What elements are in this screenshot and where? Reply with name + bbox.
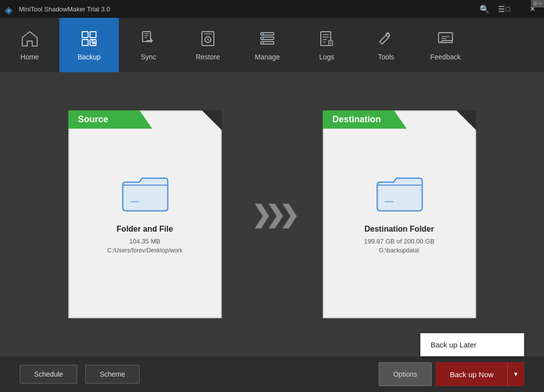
svg-rect-18 (130, 201, 139, 202)
destination-card[interactable]: Destination Destination Folder 199.87 GB… (323, 110, 476, 318)
navbar: Home Backup Sync (0, 18, 544, 72)
restore-icon (199, 30, 217, 50)
destination-folder-icon (375, 175, 424, 215)
svg-point-13 (263, 42, 264, 44)
source-title: Folder and File (117, 225, 173, 234)
app-title: MiniTool ShadowMaker Trial 3.0 (19, 5, 477, 13)
nav-logs[interactable]: Logs (297, 18, 356, 72)
backup-later-button[interactable]: Back up Later (421, 334, 524, 356)
svg-rect-15 (329, 41, 333, 46)
arrow-indicator: ❯❯❯ (251, 200, 293, 228)
nav-tools[interactable]: Tools (356, 18, 416, 72)
nav-home-label: Home (20, 53, 39, 61)
feedback-icon (437, 30, 454, 50)
source-card[interactable]: Source Folder and File 104.35 MB C:/User… (68, 110, 222, 318)
bottombar: Schedule Scheme Options Back up Now ▼ Ba… (0, 356, 544, 392)
svg-rect-3 (90, 40, 96, 46)
backup-dropdown-button[interactable]: ▼ (507, 362, 524, 386)
titlebar: ◈ MiniTool ShadowMaker Trial 3.0 🔍 ☰ — □… (0, 0, 544, 18)
destination-corner (456, 110, 476, 130)
nav-feedback[interactable]: Feedback (416, 18, 475, 72)
destination-title: Destination Folder (364, 225, 434, 234)
nav-manage[interactable]: Manage (238, 18, 297, 72)
schedule-button[interactable]: Schedule (20, 365, 77, 384)
logs-icon (318, 30, 336, 50)
tools-icon (377, 30, 395, 50)
home-icon (21, 30, 39, 50)
scheme-button[interactable]: Scheme (85, 365, 139, 384)
backup-icon (80, 30, 98, 50)
app-logo: ◈ (5, 4, 15, 14)
nav-manage-label: Manage (255, 53, 280, 61)
svg-point-11 (263, 33, 264, 35)
backup-now-button[interactable]: Back up Now (436, 362, 507, 386)
nav-sync-label: Sync (141, 53, 156, 61)
destination-header: Destination (323, 110, 407, 129)
nav-backup-label: Backup (78, 53, 101, 61)
minimize-button[interactable]: — (472, 0, 495, 18)
nav-tools-label: Tools (378, 53, 395, 61)
right-action-buttons: Options Back up Now ▼ (379, 362, 524, 386)
source-path: C:/Users/forev/Desktop/work (107, 247, 183, 254)
window-controls: — □ ✕ 最小 (472, 0, 544, 18)
svg-point-12 (263, 38, 264, 39)
options-button[interactable]: Options (379, 362, 431, 386)
source-size: 104.35 MB (129, 238, 160, 245)
svg-rect-0 (82, 32, 88, 38)
source-folder-icon (120, 175, 170, 215)
maximize-button[interactable]: □ (496, 0, 519, 18)
svg-rect-19 (385, 201, 394, 202)
main-content: Source Folder and File 104.35 MB C:/User… (0, 72, 544, 356)
destination-size: 199.87 GB of 200.00 GB (364, 238, 434, 245)
nav-logs-label: Logs (319, 53, 334, 61)
nav-restore-label: Restore (196, 53, 220, 61)
destination-path: G:\backupdata\ (379, 247, 419, 254)
sync-icon (140, 30, 157, 50)
nav-backup[interactable]: Backup (59, 18, 119, 72)
backup-dropdown-menu: Back up Later (420, 333, 524, 356)
source-header: Source (68, 110, 152, 129)
nav-feedback-label: Feedback (430, 53, 460, 61)
nav-home[interactable]: Home (0, 18, 59, 72)
nav-restore[interactable]: Restore (178, 18, 238, 72)
corner-label: 最小 (531, 0, 544, 7)
svg-rect-1 (90, 32, 96, 38)
svg-rect-2 (82, 40, 88, 46)
source-corner (202, 110, 222, 130)
manage-icon (258, 30, 276, 50)
nav-sync[interactable]: Sync (119, 18, 178, 72)
svg-rect-7 (204, 33, 212, 35)
